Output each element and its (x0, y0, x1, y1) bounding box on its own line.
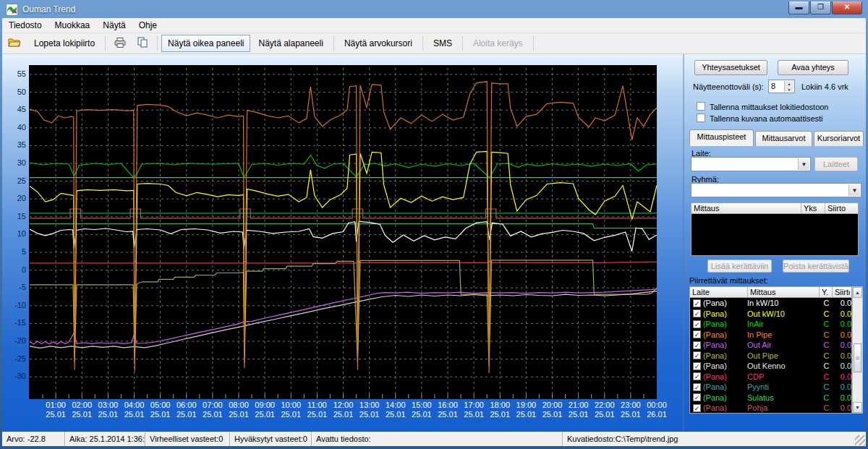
chevron-down-icon[interactable]: ▼ (848, 184, 860, 196)
toolbar-separator (422, 36, 423, 51)
save-log-checkbox[interactable] (697, 102, 705, 111)
scroll-up-icon[interactable]: ▲ (853, 287, 862, 298)
minimize-button[interactable]: ▬ (788, 1, 809, 14)
table-row[interactable]: ✓(Pana)Out kW/10C0.0 (690, 309, 851, 320)
menu-ohje[interactable]: Ohje (132, 18, 163, 33)
col-laite[interactable]: Laite (690, 287, 748, 297)
group-combobox[interactable]: ▼ (691, 183, 861, 197)
col-siirto[interactable]: Siirto (825, 203, 858, 213)
menu-muokkaa[interactable]: Muokkaa (48, 18, 97, 33)
show-right-panel-button[interactable]: Näytä oikea paneeli (161, 35, 250, 52)
row-checkbox[interactable]: ✓ (693, 383, 701, 391)
tab-mittausarvot[interactable]: Mittausarvot (755, 131, 812, 146)
row-sh: 0.0 (834, 382, 851, 391)
panel-splitter[interactable] (683, 54, 684, 432)
row-nm: CDP (747, 372, 819, 381)
right-panel: Yhteysasetukset Avaa yhteys Näytteenotto… (687, 56, 866, 429)
row-un: C (819, 299, 835, 307)
status-accepted-responses: Hyväksytyt vasteet:0 (230, 432, 312, 446)
measurement-list[interactable] (691, 214, 859, 256)
close-button[interactable]: ✕ (832, 1, 862, 14)
row-nm: Sulatus (747, 393, 819, 402)
open-folder-button[interactable] (3, 35, 26, 52)
spinner-arrows-icon[interactable]: ▲▼ (784, 81, 793, 92)
row-checkbox[interactable]: ✓ (693, 299, 701, 307)
row-nm: Out Air (747, 341, 819, 349)
table-row[interactable]: ✓(Pana)In kW/10C0.0 (690, 298, 851, 309)
menu-nayta[interactable]: Näytä (96, 18, 132, 33)
row-un: C (819, 393, 835, 402)
connection-settings-button[interactable]: Yhteysasetukset (694, 60, 767, 75)
row-checkbox[interactable]: ✓ (693, 372, 701, 380)
row-sh: 0.0 (834, 309, 851, 318)
toolbar: Lopeta lokipiirto Näytä oikea paneeli Nä… (2, 33, 866, 54)
y-tick-label: 10 (2, 229, 26, 238)
stop-log-button[interactable]: Lopeta lokipiirto (27, 35, 101, 52)
print-button[interactable] (109, 35, 131, 53)
col-y[interactable]: Y. (820, 287, 833, 297)
chevron-down-icon[interactable]: ▼ (798, 158, 809, 170)
measurement-table-header: Mittaus Yks Siirto (691, 202, 859, 214)
col-siirto[interactable]: Siirto (833, 287, 850, 297)
maximize-button[interactable]: ❐ (810, 1, 831, 14)
row-un: C (819, 330, 835, 339)
row-nm: In kW/10 (747, 299, 819, 307)
y-tick-label: -30 (2, 372, 26, 380)
row-checkbox[interactable]: ✓ (693, 404, 701, 412)
table-row[interactable]: ✓(Pana)PohjaC0.0 (690, 403, 851, 414)
sample-interval-input[interactable]: 8 ▲▼ (768, 80, 795, 93)
table-row[interactable]: ✓(Pana)CDPC0.0 (690, 372, 851, 382)
table-row[interactable]: ✓(Pana)Out PipeC0.0 (690, 351, 851, 362)
toolbar-separator (333, 36, 334, 51)
tab-kursoriarvot[interactable]: Kursoriarvot (814, 131, 864, 146)
row-dev: (Pana) (703, 351, 747, 360)
device-combobox[interactable]: ▼ (691, 157, 811, 171)
row-sh: 0.0 (834, 362, 851, 370)
open-connection-button[interactable]: Avaa yhteys (778, 60, 848, 75)
row-dev: (Pana) (703, 393, 747, 402)
row-nm: Pohja (747, 403, 819, 412)
y-tick-label: 30 (2, 158, 26, 167)
save-image-label: Tallenna kuvana automaattisesti (710, 114, 823, 123)
row-checkbox[interactable]: ✓ (693, 341, 701, 349)
table-row[interactable]: ✓(Pana)PyyntiC0.0 (690, 382, 851, 393)
tab-mittauspisteet[interactable]: Mittauspisteet (689, 129, 754, 146)
row-checkbox[interactable]: ✓ (693, 393, 701, 401)
copy-button[interactable] (132, 34, 153, 53)
col-mittaus[interactable]: Mittaus (748, 287, 820, 297)
show-value-cursor-button[interactable]: Näytä arvokursori (338, 35, 419, 52)
y-tick-label: 35 (2, 140, 26, 149)
show-bottom-panel-button[interactable]: Näytä alapaneeli (252, 35, 329, 52)
row-dev: (Pana) (703, 330, 747, 339)
resize-grip[interactable] (855, 435, 865, 445)
row-dev: (Pana) (703, 309, 747, 318)
col-mittaus[interactable]: Mittaus (692, 203, 801, 213)
y-tick-label: 40 (2, 123, 26, 132)
drawn-measurements-label: Piirrettävät mittaukset: (689, 276, 768, 285)
row-un: C (819, 309, 835, 318)
table-row[interactable]: ✓(Pana)In PipeC0.0 (690, 330, 851, 341)
sms-button[interactable]: SMS (427, 35, 459, 52)
col-yks[interactable]: Yks (801, 203, 825, 213)
status-image-file: Kuvatiedosto:C:\Temp\trend.jpg (563, 432, 866, 446)
table-row[interactable]: ✓(Pana)InAirC0.0 (690, 319, 851, 330)
app-icon (6, 4, 18, 16)
scroll-down-icon[interactable]: ▼ (853, 402, 862, 413)
table-row[interactable]: ✓(Pana)Out KennoC0.0 (690, 361, 851, 372)
row-checkbox[interactable]: ✓ (693, 320, 701, 328)
main-area: 5550454035302520151050-5-10-15-20-25-30 … (2, 54, 866, 432)
table-row[interactable]: ✓(Pana)SulatusC0.0 (690, 393, 851, 403)
menu-tiedosto[interactable]: Tiedosto (2, 18, 48, 33)
table-row[interactable]: ✓(Pana)Out AirC0.0 (690, 340, 851, 351)
row-dev: (Pana) (703, 320, 747, 328)
row-checkbox[interactable]: ✓ (693, 362, 701, 370)
row-un: C (819, 382, 835, 391)
table-scrollbar[interactable]: ▲ ▼ (852, 286, 863, 414)
save-image-checkbox[interactable] (697, 114, 705, 122)
trend-chart-plot[interactable] (29, 62, 658, 402)
row-checkbox[interactable]: ✓ (693, 309, 701, 317)
row-checkbox[interactable]: ✓ (693, 351, 701, 359)
scrollbar-thumb[interactable] (854, 343, 861, 372)
row-sh: 0.0 (834, 320, 851, 328)
row-checkbox[interactable]: ✓ (693, 330, 701, 338)
